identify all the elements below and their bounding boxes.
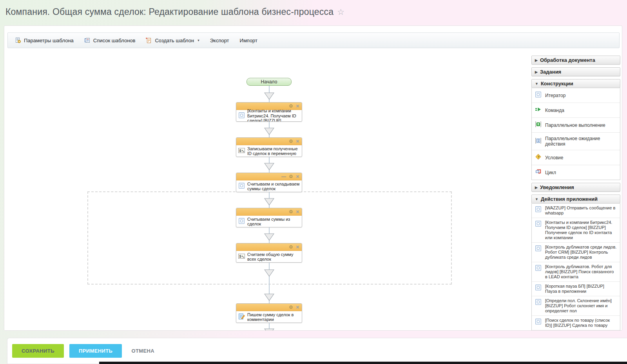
block-close-icon[interactable]: ✕ xyxy=(296,139,299,144)
workflow-canvas[interactable]: Начало ⚙ ✕ [Контакты и компании Битрикс2… xyxy=(4,48,622,330)
start-node[interactable]: Начало xyxy=(246,78,292,86)
create-template-button[interactable]: * Создать шаблон ▾ xyxy=(146,37,199,43)
construction-item-parallel-wait[interactable]: Параллельное ожидание действия xyxy=(532,132,620,150)
block-close-icon[interactable]: ✕ xyxy=(296,174,299,179)
app-actions-list: [WAZZUP] Отправить сообщение в whatsapp … xyxy=(531,204,620,330)
import-label: Импорт xyxy=(240,38,257,43)
section-header-tasks[interactable]: ▶ Задания xyxy=(531,67,620,76)
export-label: Экспорт xyxy=(210,38,229,43)
section-header-constructions[interactable]: ▼ Конструкции xyxy=(531,79,620,88)
construction-item-iterator[interactable]: Итератор xyxy=(532,88,620,103)
cancel-button[interactable]: ОТМЕНА xyxy=(127,348,158,354)
favorite-star-icon[interactable]: ☆ xyxy=(337,7,344,17)
app-action-icon xyxy=(535,318,542,326)
condition-icon: ? xyxy=(535,153,542,162)
block-close-icon[interactable]: ✕ xyxy=(296,104,299,108)
app-action-item[interactable]: [Контроль дубликатов. Робот для лидов] [… xyxy=(532,262,620,281)
block-close-icon[interactable]: ✕ xyxy=(296,209,299,214)
section-label: Конструкции xyxy=(541,81,573,86)
block-header: — ⚙ ✕ xyxy=(236,173,302,180)
template-list-button[interactable]: Список шаблонов xyxy=(84,37,136,43)
block-read-and-add-sums[interactable]: — ⚙ ✕ Считываем и складываем суммы сдело… xyxy=(236,173,302,192)
import-button[interactable]: Импорт xyxy=(240,38,257,43)
app-action-icon xyxy=(535,264,542,273)
app-action-item[interactable]: [Контакты и компании Битрикс24. Получаем… xyxy=(532,218,620,242)
page-title: Компания. Общая сумма сделок: Редактиров… xyxy=(5,7,333,17)
app-action-item[interactable]: [Определи пол. Склонение имён] [BIZZUP] … xyxy=(532,296,620,315)
block-header: ⚙ ✕ xyxy=(236,138,302,145)
app-action-item[interactable]: [Контроль дубликатов среди лидов. Робот … xyxy=(532,242,620,262)
block-header: ⚙ ✕ xyxy=(236,208,302,216)
template-list-label: Список шаблонов xyxy=(93,38,136,43)
section-notifications: ▶ Уведомления xyxy=(531,183,620,192)
block-body: Считываем и складываем суммы сделок xyxy=(236,180,302,192)
app-action-label: [WAZZUP] Отправить сообщение в whatsapp xyxy=(545,205,617,216)
editor-panel: Параметры шаблона Список шаблонов * Созд… xyxy=(4,25,622,331)
section-header-app-actions[interactable]: ▼ Действия приложений xyxy=(531,195,620,204)
app-action-item[interactable]: [Слияние PDF. Робот для CRM] [BIZZUP] Сл… xyxy=(532,330,620,330)
caret-right-icon: ▶ xyxy=(535,58,538,62)
connector xyxy=(236,86,302,102)
block-total-sum[interactable]: ⚙ ✕ $ab Считаем общую сумму всех сделок xyxy=(236,243,302,263)
parallel-execution-icon xyxy=(535,121,542,129)
construction-item-condition[interactable]: ? Условие xyxy=(532,150,620,165)
workflow-diagram: Начало ⚙ ✕ [Контакты и компании Битрикс2… xyxy=(236,78,302,331)
block-settings-icon[interactable]: ⚙ xyxy=(289,104,293,108)
block-close-icon[interactable]: ✕ xyxy=(296,245,299,249)
block-settings-icon[interactable]: ⚙ xyxy=(289,174,293,179)
connector xyxy=(236,157,302,173)
app-action-item[interactable]: [Поиск сделок по товару (список ID)] [BI… xyxy=(532,315,620,330)
construction-label: Параллельное ожидание действия xyxy=(545,136,617,147)
block-get-deal-ids[interactable]: ⚙ ✕ [Контакты и компании Битрикс24. Полу… xyxy=(236,102,302,122)
comment-icon xyxy=(238,313,245,321)
construction-label: Итератор xyxy=(545,93,565,98)
block-close-icon[interactable]: ✕ xyxy=(296,305,299,310)
app-action-icon xyxy=(535,205,542,214)
template-params-button[interactable]: Параметры шаблона xyxy=(15,37,74,43)
connector xyxy=(236,323,302,331)
page-title-row: Компания. Общая сумма сделок: Редактиров… xyxy=(5,7,344,17)
block-settings-icon[interactable]: ⚙ xyxy=(289,245,293,249)
construction-item-command[interactable]: Команда xyxy=(532,103,620,117)
create-template-icon: * xyxy=(146,37,152,43)
app-action-label: [Определи пол. Склонение имён] [BIZZUP] … xyxy=(545,298,617,314)
connector xyxy=(236,227,302,243)
export-button[interactable]: Экспорт xyxy=(210,38,229,43)
caret-right-icon: ▶ xyxy=(535,186,538,189)
section-header-document-processing[interactable]: ▶ Обработка документа xyxy=(531,56,620,65)
construction-label: Команда xyxy=(545,108,564,113)
apply-button[interactable]: ПРИМЕНИТЬ xyxy=(69,344,122,358)
construction-item-cycle[interactable]: Цикл xyxy=(532,165,620,180)
app-action-label: [Контроль дубликатов. Робот для лидов] [… xyxy=(545,264,617,279)
block-settings-icon[interactable]: ⚙ xyxy=(289,305,293,310)
block-settings-icon[interactable]: ⚙ xyxy=(289,209,293,214)
block-body: $ab Считаем общую сумму всех сделок xyxy=(236,251,302,263)
caret-down-icon: ▼ xyxy=(535,82,538,86)
block-body: Пишем сумму сделок в комментарии xyxy=(236,311,302,323)
construction-label: Параллельное выполнение xyxy=(545,123,605,128)
command-icon xyxy=(535,106,542,114)
section-header-notifications[interactable]: ▶ Уведомления xyxy=(531,183,620,192)
block-minimize-icon[interactable]: — xyxy=(281,175,286,178)
section-app-actions: ▼ Действия приложений [WAZZUP] Отправить… xyxy=(531,195,620,330)
block-body: Считываем суммы из сделок xyxy=(236,216,302,227)
section-label: Обработка документа xyxy=(540,57,595,63)
block-read-sums-from-deals[interactable]: ⚙ ✕ Считываем суммы из сделок xyxy=(236,208,302,227)
block-write-comment[interactable]: ⚙ ✕ Пишем сумму сделок в комментарии xyxy=(236,303,302,323)
block-settings-icon[interactable]: ⚙ xyxy=(289,139,293,144)
app-action-item[interactable]: [WAZZUP] Отправить сообщение в whatsapp xyxy=(532,204,620,218)
app-action-item[interactable]: [Короткая пауза БП] [BIZZUP] Пауза в при… xyxy=(532,281,620,296)
arrow-down-icon xyxy=(264,233,274,241)
app-action-icon xyxy=(535,220,542,229)
page-header: Компания. Общая сумма сделок: Редактиров… xyxy=(0,0,627,25)
construction-item-parallel-execution[interactable]: Параллельное выполнение xyxy=(532,117,620,132)
set-variable-icon: $ab xyxy=(238,147,245,155)
app-action-icon xyxy=(535,284,542,292)
block-title: Считываем и складываем суммы сделок xyxy=(247,182,300,191)
block-save-ids-to-variable[interactable]: ⚙ ✕ $ab Записываем полученные ID сделок … xyxy=(236,137,302,157)
template-params-label: Параметры шаблона xyxy=(24,38,74,43)
cycle-icon xyxy=(535,168,542,177)
save-button[interactable]: СОХРАНИТЬ xyxy=(12,344,64,358)
iterator-icon xyxy=(238,182,245,191)
arrow-down-icon xyxy=(264,198,274,205)
